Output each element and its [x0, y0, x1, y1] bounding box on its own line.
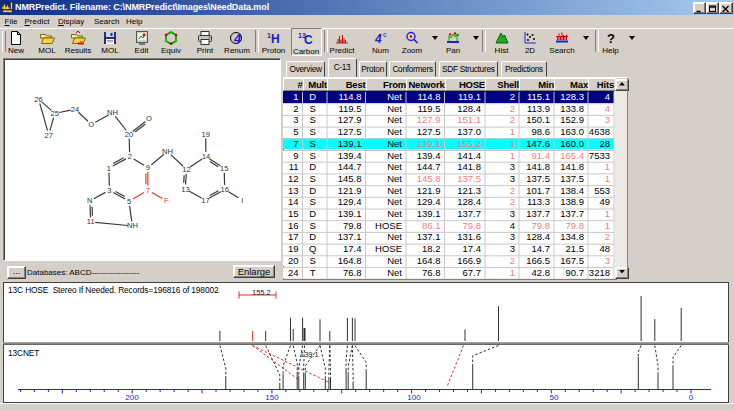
svg-text:25: 25 — [51, 109, 59, 118]
svg-text:100: 100 — [407, 393, 421, 402]
svg-text:15: 15 — [220, 164, 228, 173]
svg-text:27: 27 — [44, 131, 52, 140]
svg-text:c: c — [383, 31, 387, 38]
svg-text:1: 1 — [107, 164, 111, 173]
svg-text:24: 24 — [71, 105, 79, 114]
svg-text:4: 4 — [374, 32, 382, 46]
svg-text:4: 4 — [233, 31, 242, 46]
svg-text:7: 7 — [146, 186, 150, 195]
svg-text:NH: NH — [107, 108, 118, 117]
svg-text:NH: NH — [162, 147, 173, 156]
svg-text:155.2: 155.2 — [252, 288, 271, 297]
svg-text:11: 11 — [87, 217, 95, 226]
svg-text:?: ? — [607, 31, 615, 46]
svg-text:16: 16 — [220, 185, 228, 194]
svg-text:2: 2 — [128, 152, 132, 161]
svg-text:50: 50 — [550, 393, 559, 402]
svg-text:H: H — [271, 32, 280, 46]
svg-text:5: 5 — [127, 197, 131, 206]
svg-text:F: F — [164, 196, 169, 205]
svg-text:20: 20 — [125, 130, 133, 139]
svg-text:139.1: 139.1 — [300, 350, 319, 359]
svg-text:13: 13 — [181, 185, 189, 194]
svg-text:O: O — [146, 114, 152, 123]
svg-text:17: 17 — [201, 196, 209, 205]
svg-text:150: 150 — [265, 393, 279, 402]
svg-text:I: I — [241, 196, 243, 205]
svg-text:N: N — [87, 196, 92, 205]
svg-text:26: 26 — [34, 95, 42, 104]
svg-text:14: 14 — [202, 152, 210, 161]
svg-text:200: 200 — [125, 393, 139, 402]
svg-text:12: 12 — [182, 165, 190, 174]
svg-text:3: 3 — [107, 186, 111, 195]
svg-text:19: 19 — [201, 130, 209, 139]
svg-text:0: 0 — [689, 393, 694, 402]
svg-text:NH: NH — [127, 221, 138, 230]
svg-text:9: 9 — [146, 163, 150, 172]
svg-text:O: O — [88, 120, 94, 129]
svg-text:C: C — [304, 33, 313, 47]
